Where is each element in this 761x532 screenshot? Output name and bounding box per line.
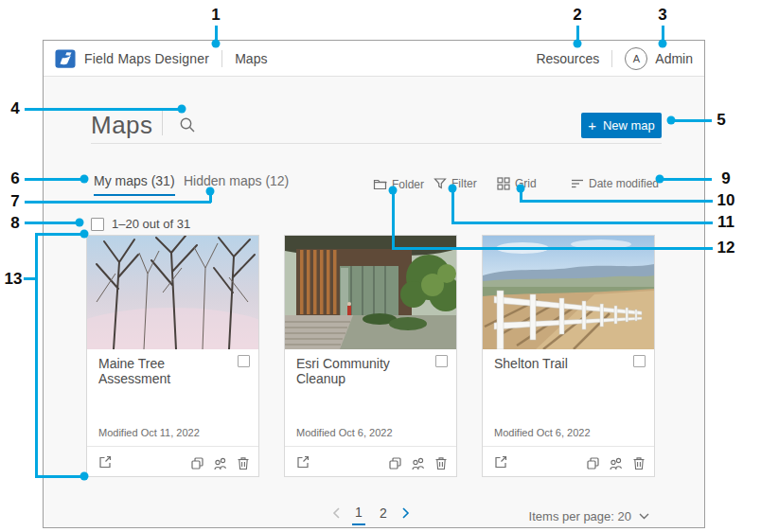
new-map-label: New map bbox=[603, 118, 655, 133]
callout-9: 9 bbox=[721, 169, 730, 188]
card-actions bbox=[388, 456, 448, 470]
search-icon[interactable] bbox=[179, 116, 196, 133]
callout-dot bbox=[449, 185, 457, 193]
selection-count: 1–20 out of 31 bbox=[112, 217, 190, 231]
callout-dot bbox=[659, 40, 667, 48]
callout-11: 11 bbox=[717, 213, 734, 232]
callout-line bbox=[35, 233, 84, 236]
callout-3: 3 bbox=[658, 6, 666, 25]
page-1[interactable]: 1 bbox=[352, 505, 365, 525]
delete-icon[interactable] bbox=[434, 456, 448, 470]
items-per-page-select[interactable]: Items per page: 20 bbox=[529, 509, 649, 523]
callout-dot bbox=[389, 186, 398, 195]
sort-icon bbox=[571, 177, 584, 190]
callout-2: 2 bbox=[573, 6, 581, 25]
callout-dot bbox=[212, 40, 221, 48]
map-thumbnail[interactable] bbox=[285, 236, 456, 349]
select-all-checkbox[interactable] bbox=[91, 218, 104, 231]
card-actions bbox=[190, 456, 250, 470]
app-window: Field Maps Designer Maps Resources A Adm… bbox=[43, 40, 705, 528]
callout-line bbox=[392, 189, 395, 249]
share-group-icon[interactable] bbox=[609, 456, 624, 470]
page-2[interactable]: 2 bbox=[377, 505, 390, 524]
callout-line bbox=[670, 119, 712, 122]
callout-dot bbox=[76, 219, 84, 227]
nav-maps[interactable]: Maps bbox=[235, 51, 267, 66]
callout-line bbox=[451, 187, 454, 223]
callout-dot bbox=[80, 175, 89, 184]
folder-icon bbox=[373, 177, 387, 191]
map-checkbox[interactable] bbox=[633, 355, 646, 367]
map-card: Maine Tree Assessment Modified Oct 11, 2… bbox=[86, 235, 259, 477]
nav-resources[interactable]: Resources bbox=[536, 51, 599, 66]
delete-icon[interactable] bbox=[632, 456, 646, 470]
callout-dot bbox=[656, 175, 664, 184]
callout-line bbox=[35, 233, 38, 477]
items-per-page-label: Items per page: 20 bbox=[529, 509, 631, 523]
callout-10: 10 bbox=[717, 191, 735, 210]
open-map-icon[interactable] bbox=[295, 454, 310, 470]
map-modified-date: Modified Oct 11, 2022 bbox=[98, 427, 200, 438]
map-thumbnail[interactable] bbox=[87, 236, 258, 349]
callout-dot bbox=[517, 185, 525, 193]
callout-7: 7 bbox=[10, 192, 19, 211]
share-group-icon[interactable] bbox=[213, 456, 228, 470]
map-checkbox[interactable] bbox=[238, 355, 250, 367]
screenshot-canvas: Field Maps Designer Maps Resources A Adm… bbox=[0, 0, 761, 532]
callout-13: 13 bbox=[5, 270, 23, 289]
callout-line bbox=[25, 108, 183, 111]
callout-5: 5 bbox=[717, 111, 725, 130]
callout-1: 1 bbox=[211, 6, 220, 25]
callout-line bbox=[659, 178, 712, 181]
card-divider bbox=[483, 446, 654, 447]
open-map-icon[interactable] bbox=[493, 454, 508, 470]
prev-page-icon[interactable] bbox=[332, 507, 341, 523]
folder-button[interactable]: Folder bbox=[373, 177, 424, 191]
map-card: Shelton Trail Modified Oct 6, 2022 bbox=[482, 235, 655, 477]
map-title: Maine Tree Assessment bbox=[98, 356, 226, 386]
callout-4: 4 bbox=[10, 99, 19, 118]
duplicate-icon[interactable] bbox=[586, 456, 600, 470]
callout-line bbox=[25, 222, 80, 224]
map-card: Esri Community Cleanup Modified Oct 6, 2… bbox=[284, 235, 457, 477]
card-divider bbox=[285, 446, 456, 447]
map-checkbox[interactable] bbox=[435, 355, 448, 367]
header-separator bbox=[221, 50, 222, 67]
title-separator bbox=[162, 111, 163, 135]
map-thumbnail[interactable] bbox=[483, 236, 654, 349]
tab-hidden-maps[interactable]: Hidden maps (12) bbox=[184, 173, 289, 194]
callout-dot bbox=[667, 116, 676, 125]
duplicate-icon[interactable] bbox=[388, 456, 402, 470]
sort-label: Date modified bbox=[589, 177, 659, 190]
duplicate-icon[interactable] bbox=[190, 456, 204, 470]
callout-6: 6 bbox=[10, 169, 19, 188]
delete-icon[interactable] bbox=[237, 456, 250, 470]
page-title: Maps bbox=[91, 111, 153, 140]
sort-button[interactable]: Date modified bbox=[571, 177, 659, 190]
next-page-icon[interactable] bbox=[401, 507, 410, 523]
callout-dot bbox=[80, 472, 89, 481]
callout-line bbox=[25, 178, 85, 181]
callout-line bbox=[25, 201, 211, 204]
callout-dot bbox=[80, 230, 89, 239]
tab-my-maps[interactable]: My maps (31) bbox=[94, 173, 175, 196]
card-actions bbox=[586, 456, 646, 470]
callout-12: 12 bbox=[717, 239, 735, 257]
callout-line bbox=[451, 222, 713, 224]
callout-dot bbox=[574, 40, 582, 48]
app-header: Field Maps Designer Maps Resources A Adm… bbox=[44, 41, 704, 77]
map-title: Shelton Trail bbox=[494, 356, 568, 371]
share-group-icon[interactable] bbox=[411, 456, 426, 470]
new-map-button[interactable]: + New map bbox=[581, 113, 662, 138]
map-title: Esri Community Cleanup bbox=[296, 356, 424, 386]
selection-row: 1–20 out of 31 bbox=[91, 217, 190, 231]
callout-line bbox=[392, 247, 713, 250]
callout-line bbox=[35, 475, 84, 478]
callout-dot bbox=[206, 187, 215, 196]
callout-line bbox=[520, 200, 713, 203]
pagination: 1 2 bbox=[332, 505, 410, 525]
open-map-icon[interactable] bbox=[97, 454, 113, 470]
user-name[interactable]: Admin bbox=[655, 51, 693, 66]
user-avatar[interactable]: A bbox=[625, 47, 647, 70]
title-divider bbox=[91, 143, 662, 144]
